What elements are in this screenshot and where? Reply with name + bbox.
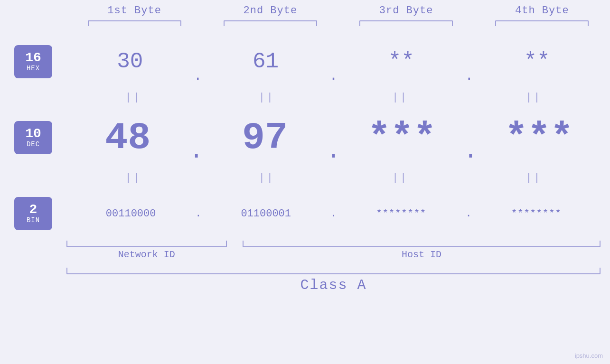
network-id-label: Network ID — [66, 249, 227, 260]
host-bracket — [243, 241, 601, 247]
dec-dot-3: . — [463, 138, 478, 168]
eq1-cell-4: || — [467, 92, 601, 103]
dec-row: 48 . 97 . *** . *** — [66, 107, 601, 168]
eq2-row — [0, 168, 66, 187]
dec-byte-1-value: 48 — [105, 116, 150, 159]
bytes-grid: 30 . 61 . ** . ** || || || || — [66, 36, 610, 364]
dec-dot-2: . — [326, 138, 340, 168]
hex-row: 30 . 61 . ** . ** — [66, 36, 601, 88]
hex-byte-3-cell: ** — [338, 49, 465, 74]
hex-dot-2: . — [329, 68, 338, 88]
bin-byte-3-value: ******** — [376, 208, 426, 220]
hex-byte-4-value: ** — [524, 49, 550, 74]
hex-name: HEX — [27, 65, 40, 72]
eq1-cell-2: || — [200, 92, 333, 103]
byte-3-header: 3rd Byte — [338, 5, 474, 17]
eq2-cell-2: || — [200, 172, 333, 184]
byte-2-header: 2nd Byte — [202, 5, 338, 17]
dec-byte-4-cell: *** — [478, 116, 601, 159]
bracket-line-3 — [359, 20, 453, 26]
hex-badge-row: 16 HEX — [0, 36, 66, 88]
byte-4-header: 4th Byte — [474, 5, 610, 17]
bracket-cell-1 — [66, 20, 202, 26]
hex-dot-3: . — [465, 68, 473, 88]
eq1-cell-3: || — [334, 92, 467, 103]
hex-byte-2-value: 61 — [253, 49, 279, 74]
hex-number: 16 — [25, 51, 41, 65]
bin-dot-2: . — [330, 208, 337, 220]
dec-byte-3-cell: *** — [341, 116, 464, 159]
id-labels-row: Network ID Host ID — [66, 249, 601, 260]
bracket-line-1 — [88, 20, 181, 26]
bin-badge-row: 2 BIN — [0, 187, 66, 240]
equals-row-2: || || || || — [66, 168, 601, 187]
bin-row: 00110000 . 01100001 . ******** . *******… — [66, 187, 601, 240]
dec-byte-2-value: 97 — [242, 116, 288, 159]
bin-badge: 2 BIN — [14, 197, 52, 230]
bin-byte-4-value: ******** — [511, 208, 562, 220]
bin-number: 2 — [29, 203, 38, 216]
host-id-label: Host ID — [243, 249, 601, 260]
bin-name: BIN — [27, 216, 40, 224]
bracket-line-4 — [495, 20, 589, 26]
equals-row-1: || || || || — [66, 88, 601, 107]
dec-badge-row: 10 DEC — [0, 107, 66, 168]
class-bracket — [66, 268, 601, 274]
dec-badge: 10 DEC — [14, 121, 52, 154]
dec-byte-2-cell: 97 — [204, 116, 327, 159]
bracket-cell-4 — [474, 20, 610, 26]
dec-byte-3-value: *** — [368, 116, 436, 159]
dec-name: DEC — [27, 140, 40, 148]
labels-column: 16 HEX 10 DEC 2 BIN — [0, 36, 66, 364]
hex-badge: 16 HEX — [14, 45, 52, 78]
bin-byte-2-cell: 01100001 — [202, 208, 330, 220]
eq1-cell-1: || — [66, 92, 200, 103]
hex-byte-4-cell: ** — [473, 49, 601, 74]
eq2-cell-1: || — [66, 172, 200, 184]
dec-byte-1-cell: 48 — [66, 116, 189, 159]
bin-byte-1-cell: 00110000 — [66, 208, 195, 220]
bottom-brackets — [66, 241, 601, 247]
bracket-cell-2 — [202, 20, 338, 26]
bin-dot-3: . — [465, 208, 471, 220]
dec-number: 10 — [25, 127, 41, 140]
top-brackets-row — [0, 20, 610, 26]
byte-header-row: 1st Byte 2nd Byte 3rd Byte 4th Byte — [0, 5, 610, 17]
hex-byte-3-value: ** — [388, 49, 414, 74]
bracket-line-2 — [224, 20, 317, 26]
hex-dot-1: . — [194, 68, 202, 88]
class-label: Class A — [66, 277, 601, 293]
network-bracket — [66, 241, 227, 247]
bin-byte-2-value: 01100001 — [241, 208, 291, 220]
eq2-cell-3: || — [334, 172, 467, 184]
hex-byte-1-value: 30 — [117, 49, 143, 74]
bin-byte-4-cell: ******** — [472, 208, 601, 220]
byte-1-header: 1st Byte — [66, 5, 202, 17]
eq2-cell-4: || — [467, 172, 601, 184]
bin-dot-1: . — [195, 208, 201, 220]
hex-byte-2-cell: 61 — [202, 49, 329, 74]
dec-byte-4-value: *** — [505, 116, 573, 159]
bin-byte-1-value: 00110000 — [106, 208, 156, 220]
hex-byte-1-cell: 30 — [66, 49, 194, 74]
bin-byte-3-cell: ******** — [337, 208, 465, 220]
watermark: ipshu.com — [575, 352, 603, 359]
bracket-cell-3 — [338, 20, 474, 26]
main-container: 1st Byte 2nd Byte 3rd Byte 4th Byte 16 H… — [0, 0, 610, 364]
dec-dot-1: . — [189, 138, 204, 168]
eq1-row — [0, 88, 66, 107]
